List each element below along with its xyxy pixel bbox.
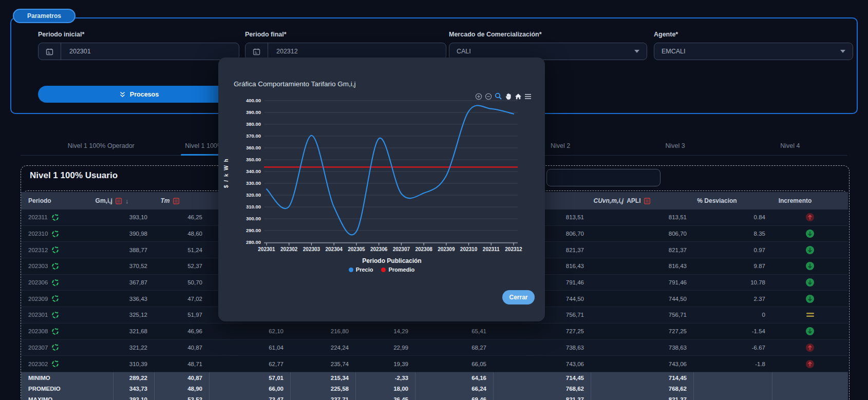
cell-c3: 57,01 bbox=[209, 372, 290, 383]
y-tick-label: 340.00 bbox=[234, 168, 261, 174]
procesos-button[interactable]: Procesos bbox=[38, 86, 240, 103]
column-header-periodo[interactable]: Periodo bbox=[28, 192, 51, 209]
table-row-202307: 202307321,2240,8761,04224,2422,9968,2773… bbox=[21, 340, 848, 356]
cell-cuvn: 821,37 bbox=[591, 394, 693, 400]
mercado-label: Mercado de Comercialización* bbox=[449, 31, 647, 38]
cell-desv: 10.78 bbox=[693, 279, 772, 285]
tab-nivel-1-100-operador[interactable]: Nivel 1 100% Operador bbox=[44, 137, 159, 155]
cell-gm: 336,43 bbox=[113, 296, 154, 302]
column-header-gm[interactable]: Gm,i,j↓ bbox=[96, 192, 129, 209]
calendar-icon[interactable] bbox=[39, 43, 61, 60]
cell-c7: 768,62 bbox=[493, 383, 591, 394]
cell-gm: 310,39 bbox=[113, 361, 154, 367]
cell-cuvn: 806,70 bbox=[591, 231, 693, 237]
summary-row-promedio: PROMEDIO343,7348,9066,00225,5818,0066,24… bbox=[21, 383, 848, 394]
cell-c6: 65,41 bbox=[415, 328, 493, 334]
sync-icon[interactable] bbox=[51, 230, 59, 238]
field-mercado: Mercado de Comercialización* CALI bbox=[449, 31, 647, 60]
tab-parametros[interactable]: Parametros bbox=[13, 9, 76, 23]
increment-down-green-icon bbox=[805, 327, 815, 336]
cell-periodo: 202308 bbox=[21, 328, 113, 335]
cell-desv bbox=[693, 394, 772, 400]
chevron-down-icon bbox=[634, 50, 639, 53]
cell-periodo: 202311 bbox=[21, 214, 113, 221]
sync-icon[interactable] bbox=[51, 246, 59, 254]
sync-icon[interactable] bbox=[51, 311, 59, 319]
y-tick-label: 370.00 bbox=[234, 133, 261, 139]
y-tick-label: 310.00 bbox=[234, 204, 261, 209]
chart-modal: Gráfica Comportamiento Tarifario Gm,i,j … bbox=[218, 58, 545, 321]
cell-inc bbox=[772, 394, 848, 400]
sync-icon[interactable] bbox=[51, 295, 59, 302]
agente-label: Agente* bbox=[654, 31, 853, 38]
sync-icon[interactable] bbox=[51, 328, 59, 335]
cell-gm: 393,10 bbox=[113, 394, 154, 400]
cell-desv bbox=[693, 383, 772, 394]
red-indicator-icon bbox=[644, 198, 651, 204]
cell-gm: 370,52 bbox=[113, 263, 154, 269]
increment-up-red-icon bbox=[805, 213, 815, 222]
filter-input[interactable] bbox=[546, 169, 661, 186]
column-header-cuvn[interactable]: CUvn,m,i,jAPLI bbox=[593, 192, 650, 209]
cell-tm: 48,90 bbox=[154, 383, 209, 394]
cell-periodo: MAXIMO bbox=[21, 394, 113, 400]
cell-c3: 62,10 bbox=[209, 328, 290, 334]
cell-periodo: 202303 bbox=[21, 262, 113, 270]
cell-cuvn: 738,63 bbox=[591, 345, 693, 351]
cell-desv: 8.35 bbox=[693, 231, 772, 237]
x-tick-label: 202312 bbox=[498, 246, 529, 252]
sync-icon[interactable] bbox=[51, 262, 59, 270]
cerrar-button[interactable]: Cerrar bbox=[502, 290, 535, 304]
agente-select[interactable]: EMCALI bbox=[654, 43, 853, 60]
cell-c3: 73,47 bbox=[209, 394, 290, 400]
cell-c4: 224,24 bbox=[290, 345, 355, 351]
increment-up-red-icon bbox=[805, 343, 815, 352]
cell-gm: 367,87 bbox=[113, 279, 154, 285]
increment-down-green-icon bbox=[805, 245, 815, 255]
tab-nivel-3[interactable]: Nivel 3 bbox=[618, 137, 733, 155]
y-tick-label: 380.00 bbox=[234, 121, 261, 127]
double-chevron-down-icon bbox=[120, 91, 125, 98]
increment-equal-icon bbox=[806, 312, 815, 318]
cell-tm: 51,24 bbox=[154, 247, 209, 253]
cell-c6: 69,46 bbox=[415, 394, 493, 400]
y-tick-label: 350.00 bbox=[234, 157, 261, 162]
sync-icon[interactable] bbox=[51, 214, 59, 221]
agente-value: EMCALI bbox=[662, 48, 686, 55]
sync-icon[interactable] bbox=[51, 360, 59, 368]
cell-c6: 68,27 bbox=[415, 345, 493, 351]
column-header-tm[interactable]: Tm bbox=[161, 192, 180, 209]
legend-item-promedio[interactable]: Promedio bbox=[381, 266, 414, 273]
periodo-final-label: Periodo final* bbox=[245, 31, 446, 38]
y-tick-label: 290.00 bbox=[234, 227, 261, 233]
cell-c7: 714,45 bbox=[493, 372, 591, 383]
cell-desv: 9.87 bbox=[693, 263, 772, 269]
periodo-inicial-input[interactable]: 202301 bbox=[38, 43, 239, 60]
column-header-desv[interactable]: % Desviacion bbox=[697, 192, 737, 209]
column-header-inc[interactable]: Incremento bbox=[779, 192, 812, 209]
cell-desv: 2.37 bbox=[693, 296, 772, 302]
legend-dot-icon bbox=[381, 268, 386, 272]
sync-icon[interactable] bbox=[51, 279, 59, 287]
field-periodo-inicial: Periodo inicial* 202301 bbox=[38, 31, 239, 60]
cell-inc bbox=[772, 359, 848, 369]
sync-icon[interactable] bbox=[51, 344, 59, 351]
cell-inc bbox=[772, 245, 848, 255]
sort-desc-icon[interactable]: ↓ bbox=[125, 197, 129, 205]
cell-periodo: MINIMO bbox=[21, 372, 113, 383]
cell-c5: 36,45 bbox=[355, 394, 415, 400]
increment-down-green-icon bbox=[805, 229, 815, 238]
cell-desv: 0.84 bbox=[693, 214, 772, 220]
cell-cuvn: 813,51 bbox=[591, 214, 693, 220]
cell-cuvn: 756,71 bbox=[591, 312, 693, 318]
cell-c3: 66,00 bbox=[209, 383, 290, 394]
cell-cuvn: 768,62 bbox=[591, 383, 693, 394]
legend-item-precio[interactable]: Precio bbox=[349, 266, 373, 273]
cell-gm: 343,73 bbox=[113, 383, 154, 394]
chevron-down-icon bbox=[840, 50, 845, 53]
cell-periodo: 202301 bbox=[21, 311, 113, 319]
legend-dot-icon bbox=[349, 268, 353, 272]
cell-c4: 237,71 bbox=[290, 394, 355, 400]
tab-nivel-4[interactable]: Nivel 4 bbox=[732, 137, 847, 155]
increment-down-green-icon bbox=[805, 278, 815, 287]
